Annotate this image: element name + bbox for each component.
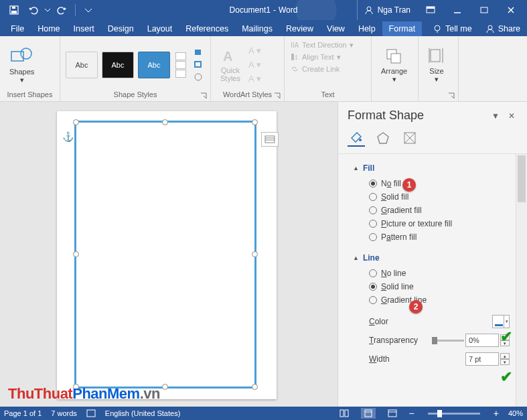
save-icon[interactable] (7, 3, 21, 17)
line-color-picker[interactable]: ▾ (492, 315, 510, 328)
selected-shape[interactable] (74, 121, 256, 389)
style-swatch-1[interactable]: Abc (66, 52, 98, 78)
group-text: IIA Text Direction ▾ ‡ Align Text ▾ Crea… (285, 36, 372, 101)
document-pane[interactable]: ⚓ (0, 102, 337, 407)
fill-no-fill[interactable]: No fill (348, 177, 523, 190)
shape-fill-icon[interactable] (193, 48, 205, 58)
tab-review[interactable]: Review (279, 21, 320, 36)
dialog-launcher-icon[interactable] (200, 92, 208, 100)
resize-handle[interactable] (252, 384, 258, 390)
fill-solid[interactable]: Solid fill (348, 190, 523, 204)
shape-outline-icon[interactable] (193, 60, 205, 70)
tab-help[interactable]: Help (352, 21, 382, 36)
zoom-out-button[interactable]: − (409, 408, 415, 419)
group-shape-styles: Abc Abc Abc Shape Styles (60, 36, 211, 101)
width-stepper[interactable]: ▴▾ (500, 353, 510, 365)
dialog-launcher-icon[interactable] (447, 92, 455, 100)
group-insert-shapes: Shapes▾ Insert Shapes (0, 36, 60, 101)
pane-close-icon[interactable]: ✕ (506, 111, 518, 121)
group-label: Shape Styles (66, 90, 205, 100)
style-swatch-3[interactable]: Abc (138, 52, 170, 78)
svg-rect-19 (391, 54, 400, 63)
resize-handle[interactable] (73, 119, 79, 125)
transparency-slider[interactable] (432, 340, 464, 342)
svg-point-8 (435, 25, 440, 31)
arrange-icon (384, 47, 404, 66)
app-name: Word (279, 5, 297, 15)
quick-styles-button: A QuickStyles (216, 46, 244, 84)
web-layout-icon[interactable] (385, 408, 400, 419)
tab-file[interactable]: File (4, 21, 31, 36)
fill-picture[interactable]: Picture or texture fill (348, 217, 523, 230)
radio-icon (369, 269, 377, 277)
undo-dropdown-icon[interactable] (44, 3, 51, 17)
arrange-button[interactable]: Arrange▾ (377, 46, 411, 84)
collapse-icon: ▲ (353, 255, 359, 261)
title-bar: Document1 - Word Nga Tran (0, 0, 527, 20)
tell-me[interactable]: Tell me (426, 21, 479, 36)
layout-tab[interactable] (401, 129, 419, 147)
transparency-input[interactable]: 0% (465, 334, 499, 347)
layout-options-button[interactable] (261, 132, 279, 147)
resize-handle[interactable] (252, 251, 258, 257)
shapes-button[interactable]: Shapes▾ (5, 45, 38, 85)
fill-line-tab[interactable] (348, 129, 365, 147)
text-fill-icon: A ▾ (248, 46, 261, 56)
svg-rect-7 (481, 7, 487, 13)
style-gallery-more[interactable] (175, 52, 186, 78)
ribbon-display-options[interactable] (417, 0, 444, 20)
tab-view[interactable]: View (320, 21, 352, 36)
pane-scrollbar[interactable] (516, 154, 527, 407)
radio-icon (369, 180, 377, 188)
maximize-button[interactable] (471, 0, 498, 20)
svg-text:IIA: IIA (291, 42, 299, 49)
resize-handle[interactable] (252, 119, 258, 125)
dialog-launcher-icon[interactable] (273, 92, 281, 100)
radio-icon (369, 233, 377, 241)
line-section-header[interactable]: ▲ Line (348, 249, 523, 267)
user-name: Nga Tran (378, 5, 410, 15)
tab-format[interactable]: Format (382, 21, 423, 36)
qat-customize-icon[interactable] (81, 3, 96, 17)
line-gradient[interactable]: Gradient line (348, 293, 523, 307)
collapse-icon: ▲ (353, 165, 359, 171)
zoom-slider[interactable] (428, 413, 480, 415)
minimize-button[interactable] (444, 0, 471, 20)
zoom-level[interactable]: 40% (508, 409, 523, 417)
print-layout-icon[interactable] (361, 408, 376, 419)
fill-pattern[interactable]: Pattern fill (348, 230, 523, 244)
tab-mailings[interactable]: Mailings (235, 21, 279, 36)
resize-handle[interactable] (162, 384, 168, 390)
pane-options-icon[interactable]: ▼ (490, 111, 502, 121)
zoom-in-button[interactable]: + (494, 408, 499, 419)
redo-icon[interactable] (55, 3, 70, 17)
annotation-check-icon: ✔ (500, 368, 512, 386)
tab-design[interactable]: Design (101, 21, 141, 36)
page-count[interactable]: Page 1 of 1 (4, 409, 42, 417)
fill-gradient[interactable]: Gradient fill (348, 204, 523, 217)
effects-tab[interactable] (374, 129, 392, 147)
tab-home[interactable]: Home (31, 21, 66, 36)
spellcheck-icon[interactable] (86, 409, 96, 417)
size-button[interactable]: Size▾ (424, 46, 449, 84)
tab-references[interactable]: References (179, 21, 235, 36)
group-label (424, 90, 453, 100)
width-input[interactable]: 7 pt (465, 352, 499, 366)
resize-handle[interactable] (73, 251, 79, 257)
close-button[interactable] (498, 0, 524, 20)
resize-handle[interactable] (162, 119, 168, 125)
style-swatch-2[interactable]: Abc (102, 52, 134, 78)
read-mode-icon[interactable] (337, 408, 352, 419)
tab-insert[interactable]: Insert (67, 21, 101, 36)
undo-icon[interactable] (25, 3, 40, 17)
line-solid[interactable]: Solid line (348, 280, 523, 293)
tab-layout[interactable]: Layout (141, 21, 179, 36)
line-no-line[interactable]: No line (348, 267, 523, 280)
language[interactable]: English (United States) (105, 409, 181, 417)
fill-section-header[interactable]: ▲ Fill (348, 159, 523, 177)
share-button[interactable]: Share (479, 21, 527, 36)
svg-rect-20 (431, 50, 440, 62)
word-count[interactable]: 7 words (51, 409, 77, 417)
user-account[interactable]: Nga Tran (357, 0, 417, 20)
shape-effects-icon[interactable] (193, 72, 205, 82)
